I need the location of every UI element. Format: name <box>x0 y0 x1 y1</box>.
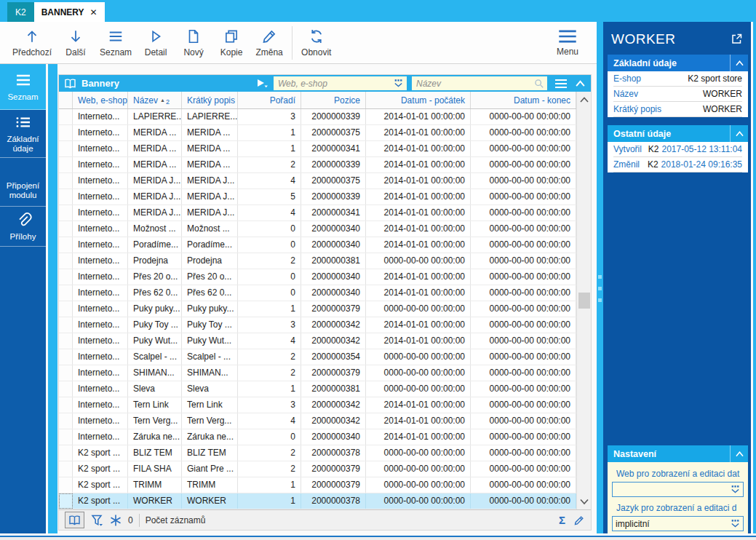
table-cell-kratky-popis[interactable]: Scalpel - ... <box>182 349 238 365</box>
sum-icon[interactable]: Σ <box>559 514 565 526</box>
field-row-nazev[interactable]: Název WORKER <box>613 87 742 102</box>
table-cell-pozice[interactable]: 2000000340 <box>301 269 366 285</box>
table-cell-datum-pocatek[interactable]: 2014-01-01 00:00:00 <box>366 205 471 221</box>
table-cell-datum-konec[interactable]: 0000-00-00 00:00:00 <box>471 109 576 124</box>
table-cell-datum-pocatek[interactable]: 0000-00-00 00:00:00 <box>366 301 471 317</box>
table-cell-poradi[interactable]: 0 <box>238 237 301 253</box>
table-cell-kratky-popis[interactable]: MERIDA J... <box>182 173 238 188</box>
table-cell-datum-konec[interactable]: 0000-00-00 00:00:00 <box>471 125 576 140</box>
table-row[interactable]: Interneto...MERIDA J...MERIDA J...420000… <box>59 173 576 189</box>
table-cell-web-e-shop[interactable]: Interneto... <box>73 269 128 285</box>
table-row[interactable]: Interneto...Přes 62 0...Přes 62 0...0200… <box>59 285 576 301</box>
table-cell-poradi[interactable]: 1 <box>238 381 301 397</box>
dropdown-icon[interactable] <box>393 79 404 88</box>
row-gutter[interactable] <box>59 429 73 445</box>
table-cell-datum-konec[interactable]: 0000-00-00 00:00:00 <box>471 381 576 397</box>
table-cell-datum-pocatek[interactable]: 0000-00-00 00:00:00 <box>366 381 471 397</box>
table-cell-datum-konec[interactable]: 0000-00-00 00:00:00 <box>471 493 576 509</box>
table-cell-poradi[interactable]: 0 <box>238 269 301 285</box>
table-cell-datum-pocatek[interactable]: 0000-00-00 00:00:00 <box>366 365 471 381</box>
row-gutter[interactable] <box>59 413 73 429</box>
toolbar-button-list[interactable]: Seznam <box>95 24 137 62</box>
row-gutter[interactable] <box>59 269 73 285</box>
table-cell-pozice[interactable]: 2000000379 <box>301 301 366 317</box>
table-cell-web-e-shop[interactable]: Interneto... <box>73 349 128 365</box>
table-cell-nazev[interactable]: Puky Wut... <box>128 333 182 349</box>
table-row[interactable]: K2 sport ...WORKERWORKER120000003780000-… <box>59 493 576 509</box>
dropdown-icon[interactable] <box>730 485 741 494</box>
row-gutter[interactable] <box>59 333 73 349</box>
table-cell-poradi[interactable]: 4 <box>238 205 301 221</box>
table-cell-poradi[interactable]: 4 <box>238 173 301 188</box>
column-header-web-e-shop[interactable]: Web, e-shop <box>73 92 128 108</box>
column-header-datum-pocatek[interactable]: Datum - počátek <box>366 92 471 108</box>
table-cell-datum-pocatek[interactable]: 2014-01-01 00:00:00 <box>366 413 471 429</box>
table-row[interactable]: K2 sport ...TRIMMTRIMM120000003790000-00… <box>59 477 576 493</box>
table-cell-datum-konec[interactable]: 0000-00-00 00:00:00 <box>471 365 576 381</box>
menu-button[interactable]: Menu <box>549 24 586 62</box>
table-cell-pozice[interactable]: 2000000381 <box>301 253 366 269</box>
sidebar-item-prilohy[interactable]: Přílohy <box>0 207 46 247</box>
panel-splitter[interactable] <box>597 22 603 533</box>
table-cell-nazev[interactable]: MERIDA J... <box>128 189 182 205</box>
row-gutter[interactable] <box>59 477 73 493</box>
table-cell-poradi[interactable]: 2 <box>238 365 301 381</box>
table-cell-datum-pocatek[interactable]: 2014-01-01 00:00:00 <box>366 269 471 285</box>
sidebar-item-pripojeni-modulu[interactable]: Připojení modulu <box>0 158 46 207</box>
table-cell-datum-konec[interactable]: 0000-00-00 00:00:00 <box>471 173 576 188</box>
table-cell-web-e-shop[interactable]: Interneto... <box>73 365 128 381</box>
table-cell-poradi[interactable]: 3 <box>238 317 301 333</box>
table-cell-datum-pocatek[interactable]: 2014-01-01 00:00:00 <box>366 125 471 140</box>
table-cell-poradi[interactable]: 2 <box>238 461 301 477</box>
table-cell-kratky-popis[interactable]: Přes 62 0... <box>182 285 238 301</box>
field-row-kratky-popis[interactable]: Krátký popis WORKER <box>613 102 742 117</box>
column-header-datum-konec[interactable]: Datum - konec <box>471 92 576 108</box>
tab-bannery[interactable]: BANNERY ✕ <box>34 2 105 22</box>
table-cell-poradi[interactable]: 1 <box>238 141 301 156</box>
table-cell-poradi[interactable]: 1 <box>238 477 301 493</box>
table-cell-pozice[interactable]: 2000000379 <box>301 365 366 381</box>
table-cell-poradi[interactable]: 0 <box>238 429 301 445</box>
run-script-icon[interactable] <box>257 79 268 89</box>
table-cell-pozice[interactable]: 2000000379 <box>301 461 366 477</box>
table-row[interactable]: Interneto...MERIDA J...MERIDA J...420000… <box>59 205 576 221</box>
column-header-kratky-popis[interactable]: Krátký popis <box>182 92 238 108</box>
table-row[interactable]: Interneto...MERIDA ...MERIDA ...12000000… <box>59 125 576 141</box>
table-cell-nazev[interactable]: MERIDA ... <box>128 141 182 156</box>
table-cell-pozice[interactable]: 2000000339 <box>301 157 366 172</box>
table-cell-nazev[interactable]: MERIDA ... <box>128 157 182 172</box>
row-gutter[interactable] <box>59 285 73 301</box>
table-row[interactable]: Interneto...Tern LinkTern Link3200000034… <box>59 397 576 413</box>
table-cell-datum-pocatek[interactable]: 0000-00-00 00:00:00 <box>366 349 471 365</box>
table-cell-kratky-popis[interactable]: Poradíme... <box>182 237 238 253</box>
language-display-input[interactable] <box>613 519 730 529</box>
table-cell-pozice[interactable]: 2000000375 <box>301 173 366 188</box>
row-gutter[interactable] <box>59 189 73 205</box>
collapse-section-button[interactable] <box>730 445 748 462</box>
table-cell-datum-konec[interactable]: 0000-00-00 00:00:00 <box>471 333 576 349</box>
table-cell-datum-konec[interactable]: 0000-00-00 00:00:00 <box>471 477 576 493</box>
table-cell-kratky-popis[interactable]: LAPIERRE... <box>182 109 238 124</box>
table-cell-datum-konec[interactable]: 0000-00-00 00:00:00 <box>471 429 576 445</box>
table-cell-poradi[interactable]: 4 <box>238 333 301 349</box>
table-cell-datum-pocatek[interactable]: 2014-01-01 00:00:00 <box>366 189 471 205</box>
table-cell-web-e-shop[interactable]: Interneto... <box>73 125 128 140</box>
row-gutter[interactable] <box>59 365 73 381</box>
table-cell-kratky-popis[interactable]: Tern Link <box>182 397 238 413</box>
table-cell-datum-konec[interactable]: 0000-00-00 00:00:00 <box>471 285 576 301</box>
table-cell-datum-pocatek[interactable]: 0000-00-00 00:00:00 <box>366 461 471 477</box>
other-data-header[interactable]: Ostatní údaje <box>608 125 748 142</box>
table-cell-kratky-popis[interactable]: MERIDA ... <box>182 157 238 172</box>
table-cell-kratky-popis[interactable]: Puky puky... <box>182 301 238 317</box>
row-gutter[interactable] <box>59 125 73 140</box>
column-header-poradi[interactable]: Pořadí <box>238 92 301 108</box>
table-cell-kratky-popis[interactable]: MERIDA J... <box>182 189 238 205</box>
collapse-grid-icon[interactable] <box>575 79 586 88</box>
table-row[interactable]: Interneto...ProdejnaProdejna220000003810… <box>59 253 576 269</box>
table-cell-datum-konec[interactable]: 0000-00-00 00:00:00 <box>471 413 576 429</box>
table-cell-datum-konec[interactable]: 0000-00-00 00:00:00 <box>471 205 576 221</box>
table-cell-datum-konec[interactable]: 0000-00-00 00:00:00 <box>471 397 576 413</box>
table-cell-datum-konec[interactable]: 0000-00-00 00:00:00 <box>471 141 576 156</box>
table-cell-web-e-shop[interactable]: K2 sport ... <box>73 477 128 493</box>
table-cell-pozice[interactable]: 2000000339 <box>301 189 366 205</box>
